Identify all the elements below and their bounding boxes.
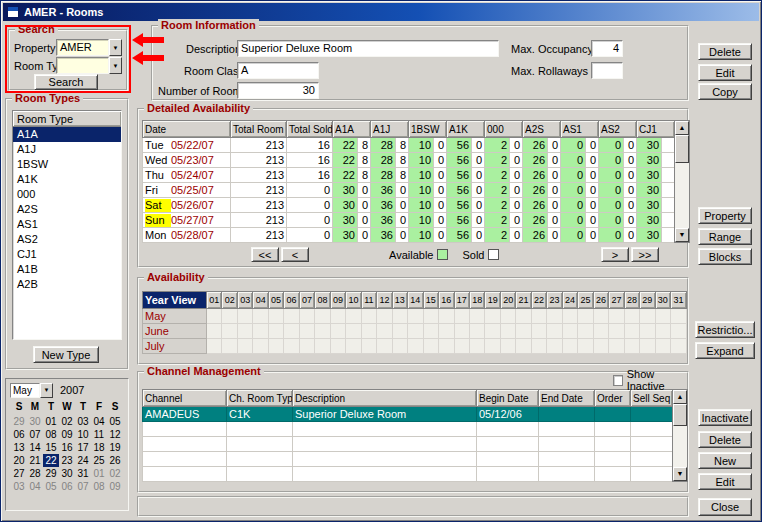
calendar-day[interactable]: 06 [11,428,27,441]
number-of-rooms-field[interactable]: 30 [237,82,319,99]
calendar-day[interactable]: 05 [43,480,59,493]
availability-cell[interactable] [330,324,345,339]
scroll-up-icon[interactable]: ▲ [675,121,689,135]
new-type-button[interactable]: New Type [33,346,99,363]
availability-cell[interactable] [284,324,299,339]
scroll-up-icon[interactable]: ▲ [673,390,687,404]
empty-row[interactable] [143,422,673,437]
availability-cell[interactable] [609,339,624,354]
calendar-day[interactable]: 21 [27,454,43,467]
availability-cell[interactable] [439,339,454,354]
availability-cell[interactable] [361,309,376,324]
availability-cell[interactable] [500,309,515,324]
title-bar[interactable]: AMER - Rooms [3,3,759,21]
availability-cell[interactable] [408,309,423,324]
expand-button[interactable]: Expand [695,342,755,359]
availability-cell[interactable] [237,309,252,324]
availability-cell[interactable] [624,324,639,339]
availability-cell[interactable] [207,324,222,339]
property-select[interactable]: AMER ▼ [56,39,122,56]
availability-cell[interactable] [299,324,314,339]
availability-cell[interactable] [253,324,268,339]
calendar-day[interactable]: 04 [91,415,107,428]
availability-cell[interactable] [624,309,639,324]
availability-cell[interactable] [454,309,469,324]
calendar-day[interactable]: 31 [75,467,91,480]
availability-cell[interactable] [469,309,484,324]
availability-cell[interactable] [423,324,438,339]
room-class-field[interactable]: A [237,62,319,79]
availability-cell[interactable] [315,324,330,339]
availability-cell[interactable] [346,309,361,324]
availability-cell[interactable] [562,309,577,324]
description-field[interactable]: Superior Deluxe Room [237,40,499,57]
calendar-day[interactable]: 09 [59,428,75,441]
availability-cell[interactable] [516,309,531,324]
availability-cell[interactable] [423,339,438,354]
availability-cell[interactable] [655,339,670,354]
calendar-day[interactable]: 27 [11,467,27,480]
availability-cell[interactable] [655,309,670,324]
availability-cell[interactable] [392,309,407,324]
blocks-button[interactable]: Blocks [698,248,752,265]
property-button[interactable]: Property [698,207,752,224]
availability-row[interactable]: Mon05/28/07213030036010056020260000030 [143,228,675,243]
availability-row[interactable]: Sun05/27/07213030036010056020260000030 [143,213,675,228]
availability-cell[interactable] [516,324,531,339]
calendar-day[interactable]: 08 [91,480,107,493]
room-type-item[interactable]: AS1 [13,217,121,232]
availability-cell[interactable] [593,324,608,339]
calendar-day[interactable]: 05 [107,415,123,428]
availability-cell[interactable] [268,339,283,354]
availability-cell[interactable] [439,324,454,339]
close-button[interactable]: Close [698,498,752,516]
calendar-day[interactable]: 06 [59,480,75,493]
availability-cell[interactable] [562,324,577,339]
page-first-button[interactable]: << [251,247,279,262]
room-type-item[interactable]: CJ1 [13,247,121,262]
new-button[interactable]: New [698,452,752,469]
calendar-day[interactable]: 29 [11,415,27,428]
availability-cell[interactable] [547,339,562,354]
calendar-day[interactable]: 30 [59,467,75,480]
max-occupancy-field[interactable]: 4 [591,40,623,57]
channel-scrollbar[interactable]: ▲ ▼ [672,389,688,482]
availability-cell[interactable] [640,324,655,339]
availability-cell[interactable] [655,324,670,339]
availability-cell[interactable] [593,309,608,324]
availability-cell[interactable] [531,339,546,354]
availability-cell[interactable] [237,324,252,339]
range-button[interactable]: Range [698,228,752,245]
room-type-item[interactable]: 000 [13,187,121,202]
availability-cell[interactable] [578,339,593,354]
availability-cell[interactable] [408,339,423,354]
availability-cell[interactable] [454,324,469,339]
availability-row[interactable]: Thu05/24/072131622828810056020260000030 [143,168,675,183]
show-inactive-checkbox[interactable]: Show Inactive [611,373,687,387]
room-type-item[interactable]: A2B [13,277,121,292]
channel-row[interactable]: AMADEUSC1KSuperior Deluxe Room05/12/06 [143,407,673,422]
availability-cell[interactable] [330,339,345,354]
property-dropdown-icon[interactable]: ▼ [109,39,122,56]
availability-cell[interactable] [485,309,500,324]
availability-cell[interactable] [268,309,283,324]
room-type-item[interactable]: A1K [13,172,121,187]
availability-cell[interactable] [640,309,655,324]
availability-cell[interactable] [500,339,515,354]
room-type-item[interactable]: A1J [13,142,121,157]
room-type-item[interactable]: AS2 [13,232,121,247]
calendar-day[interactable]: 13 [11,441,27,454]
availability-cell[interactable] [671,309,687,324]
detailed-availability-scrollbar[interactable]: ▲ ▼ [674,120,690,243]
calendar-day[interactable]: 10 [75,428,91,441]
availability-cell[interactable] [377,339,392,354]
max-rollaways-field[interactable] [591,62,623,79]
channel-delete-button[interactable]: Delete [698,431,752,448]
availability-cell[interactable] [624,339,639,354]
calendar-day[interactable]: 07 [27,428,43,441]
room-type-item[interactable]: A1A [13,127,121,142]
empty-row[interactable] [143,437,673,452]
availability-cell[interactable] [423,309,438,324]
availability-row[interactable]: Sat05/26/07213030036010056020260000030 [143,198,675,213]
availability-cell[interactable] [268,324,283,339]
